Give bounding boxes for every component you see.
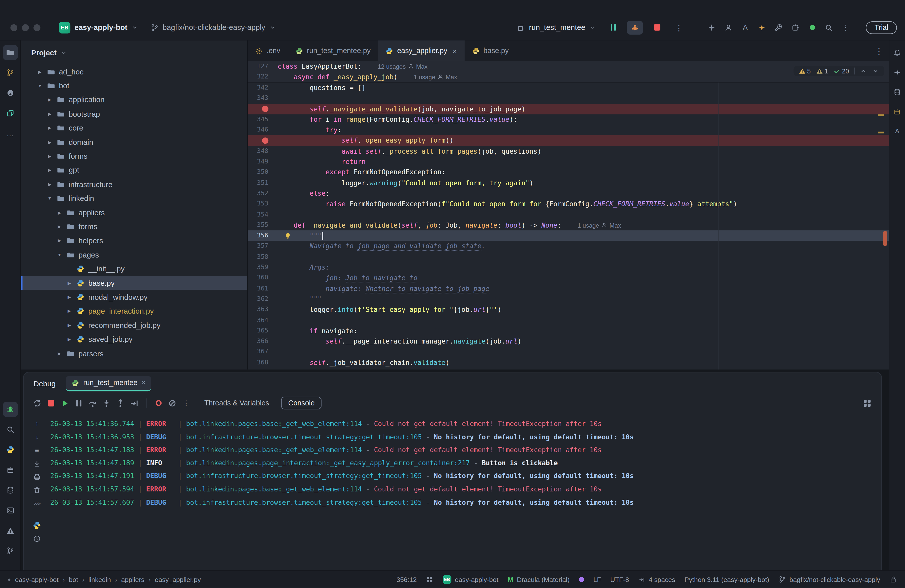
vcs-branch-widget[interactable]: bagfix/not-clickable-easy-apply: [147, 21, 279, 34]
documentation-tool-button[interactable]: A: [891, 125, 904, 138]
window-zoom-button[interactable]: [33, 24, 40, 31]
code-line-342[interactable]: 342 questions = []: [248, 83, 889, 93]
tree-toggle-icon[interactable]: ▶: [46, 182, 53, 187]
error-stripe-mark[interactable]: [878, 114, 884, 116]
error-stripe-mark[interactable]: [878, 132, 884, 133]
breadcrumb-item-easy-apply-bot[interactable]: easy-apply-bot: [15, 576, 59, 583]
tree-toggle-icon[interactable]: ▼: [37, 83, 43, 89]
gutter-line-352[interactable]: 352: [248, 188, 278, 199]
code-line-343[interactable]: 343: [248, 93, 889, 103]
indent-widget[interactable]: 4 spaces: [638, 576, 675, 583]
tree-item-helpers[interactable]: ▶helpers: [21, 234, 247, 248]
gutter-line-348[interactable]: 348: [248, 146, 278, 156]
gutter-line-362[interactable]: 362: [248, 294, 278, 304]
status-project-widget[interactable]: EB easy-apply-bot: [443, 575, 498, 584]
line-separator[interactable]: LF: [593, 576, 601, 583]
weak-warnings-count[interactable]: 1: [816, 68, 828, 75]
find-tool-button[interactable]: [3, 422, 17, 437]
stop-button[interactable]: [649, 21, 665, 35]
intention-bulb-icon[interactable]: [283, 231, 292, 240]
tree-toggle-icon[interactable]: ▶: [46, 154, 53, 159]
tree-item-bot[interactable]: ▼bot: [21, 79, 247, 93]
code-line-353[interactable]: 353 raise FormNotOpenedException(f"Could…: [248, 199, 889, 209]
python-interpreter[interactable]: Python 3.11 (easy-apply-bot): [684, 576, 769, 583]
editor-layout-icon[interactable]: [426, 576, 433, 583]
window-minimize-button[interactable]: [22, 24, 29, 31]
gutter-line-354[interactable]: 354: [248, 209, 278, 220]
tree-toggle-icon[interactable]: ▶: [66, 280, 73, 286]
prev-problem-icon[interactable]: [860, 68, 867, 75]
tab-list-menu-icon[interactable]: ⋮: [875, 47, 883, 55]
view-tab-threads-&-variables[interactable]: Threads & Variables: [204, 399, 269, 407]
python-console-tool-button[interactable]: [3, 442, 17, 458]
code-line-358[interactable]: 358: [248, 251, 889, 262]
theme-widget[interactable]: M Dracula (Material): [508, 575, 570, 583]
database-tool-button[interactable]: [891, 86, 904, 99]
soft-wrap-icon[interactable]: ≡: [33, 447, 41, 455]
tree-item-bootstrap[interactable]: ▶bootstrap: [21, 107, 247, 121]
accent-color-dot-icon[interactable]: [579, 577, 584, 582]
debug-button[interactable]: [627, 21, 643, 35]
step-into-icon[interactable]: [102, 398, 111, 408]
plugins-icon[interactable]: [791, 23, 799, 32]
code-area[interactable]: 342 questions = []343 self._navigate_and…: [248, 83, 889, 369]
code-line-349[interactable]: 349 return: [248, 156, 889, 167]
window-close-button[interactable]: [10, 24, 17, 31]
pull-requests-tool-button[interactable]: [3, 65, 17, 80]
tree-toggle-icon[interactable]: ▶: [56, 238, 63, 243]
tree-toggle-icon[interactable]: ▶: [46, 126, 53, 131]
more-icon[interactable]: ⋮: [181, 398, 191, 408]
stop-icon[interactable]: [46, 398, 56, 408]
code-line-347[interactable]: self._open_easy_apply_form(): [248, 135, 889, 146]
tree-toggle-icon[interactable]: ▶: [56, 351, 63, 356]
tree-item-recommended_job.py[interactable]: ▶recommended_job.py: [21, 318, 247, 332]
gutter-line-368[interactable]: 368: [248, 358, 278, 368]
pause-icon[interactable]: [74, 398, 84, 408]
commit-tool-button[interactable]: [3, 106, 17, 121]
ai-assistant-tool-button[interactable]: [891, 66, 904, 79]
code-line-345[interactable]: 345 for i in range(FormConfig.CHECK_FORM…: [248, 114, 889, 125]
gutter-line-346[interactable]: 346: [248, 125, 278, 135]
highlight-icon[interactable]: [758, 23, 766, 32]
rerun-icon[interactable]: [32, 398, 42, 408]
tree-item-domain[interactable]: ▶domain: [21, 135, 247, 149]
tree-item-gpt[interactable]: ▶gpt: [21, 163, 247, 177]
code-line-365[interactable]: 365 if navigate:: [248, 326, 889, 336]
code-line-359[interactable]: 359 Args:: [248, 262, 889, 273]
gutter-line-355[interactable]: 355: [248, 220, 278, 230]
gutter-line-357[interactable]: 357: [248, 241, 278, 251]
tree-toggle-icon[interactable]: ▶: [46, 140, 53, 145]
tree-toggle-icon[interactable]: ▶: [66, 337, 73, 342]
tree-toggle-icon[interactable]: ▶: [46, 168, 53, 173]
code-line-360[interactable]: 360 job: Job to navigate to: [248, 273, 889, 283]
version-control-tool-button[interactable]: [3, 543, 17, 558]
scroll-to-end-icon[interactable]: [33, 460, 41, 468]
console-output[interactable]: 26-03-13 15:41:36.744 | ERROR | bot.link…: [50, 418, 872, 509]
run-to-cursor-icon[interactable]: [129, 398, 139, 408]
tree-toggle-icon[interactable]: ▶: [56, 224, 63, 229]
code-line-355[interactable]: 355 def _navigate_and_validate(self, job…: [248, 220, 889, 230]
layout-settings-icon[interactable]: [862, 398, 872, 408]
tree-toggle-icon[interactable]: ▶: [46, 111, 53, 117]
code-line-348[interactable]: 348 await self._process_all_form_pages(j…: [248, 146, 889, 156]
code-line-350[interactable]: 350 except FormNotOpenedException:: [248, 167, 889, 178]
tree-item-pages[interactable]: ▼pages: [21, 248, 247, 262]
more-tool-windows-tool-button[interactable]: …: [3, 126, 17, 141]
editor-tab-run_test_mentee.py[interactable]: run_test_mentee.py: [288, 40, 378, 61]
view-breakpoints-icon[interactable]: [154, 398, 164, 408]
users-icon[interactable]: [724, 23, 732, 32]
code-line-361[interactable]: 361 navigate: Whether to navigate to job…: [248, 283, 889, 294]
python-console-icon[interactable]: [33, 521, 41, 529]
file-encoding[interactable]: UTF-8: [610, 576, 629, 583]
editor-tab-easy_applier.py[interactable]: easy_applier.py×: [378, 40, 464, 61]
code-vision-hint[interactable]: 1 usageMax: [414, 74, 457, 81]
code-line-322[interactable]: 322 async def _easy_apply_job(1 usageMax: [248, 72, 889, 82]
close-tab-icon[interactable]: ×: [452, 46, 457, 55]
code-vision-hint[interactable]: 1 usageMax: [578, 222, 621, 229]
code-line-344[interactable]: self._navigate_and_validate(job, navigat…: [248, 103, 889, 114]
code-line-354[interactable]: 354: [248, 209, 889, 220]
gutter-line-347[interactable]: [248, 138, 278, 144]
tree-item-modal_window.py[interactable]: ▶modal_window.py: [21, 290, 247, 304]
view-tab-console[interactable]: Console: [281, 397, 322, 410]
gutter-line-351[interactable]: 351: [248, 178, 278, 188]
